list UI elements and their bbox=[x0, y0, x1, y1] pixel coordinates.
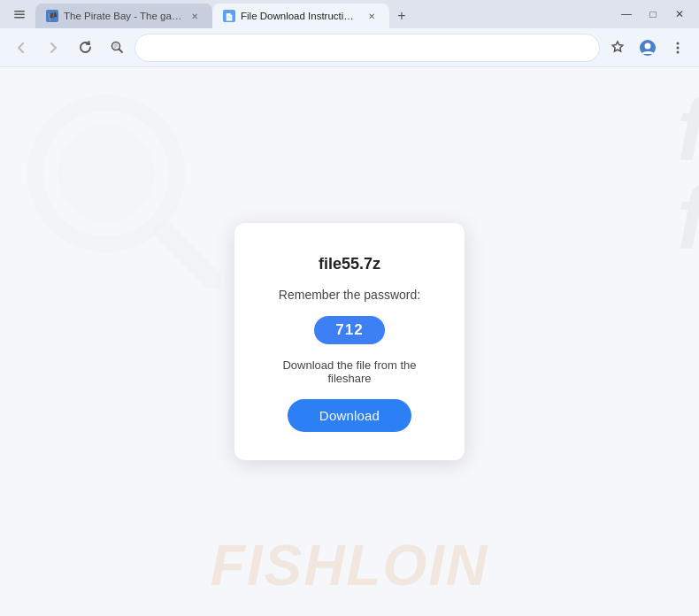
modal-password-badge: 712 bbox=[314, 316, 384, 344]
navigation-bar bbox=[0, 28, 699, 67]
tab-close-1[interactable]: ✕ bbox=[188, 9, 202, 23]
watermark-magnifier bbox=[27, 94, 221, 289]
minimize-button[interactable]: — bbox=[614, 2, 639, 27]
back-button[interactable] bbox=[7, 34, 35, 62]
tab-favicon-1: 🏴 bbox=[46, 10, 58, 22]
tab-piratebay[interactable]: 🏴 The Pirate Bay - The galaxy's m... ✕ bbox=[35, 4, 212, 28]
download-button[interactable]: Download bbox=[288, 399, 411, 432]
modal-password-label: Remember the password: bbox=[279, 288, 420, 302]
svg-point-12 bbox=[677, 50, 680, 53]
watermark-text: FISHLOIN bbox=[0, 533, 699, 598]
chrome-menu-dots[interactable] bbox=[664, 34, 692, 62]
close-button[interactable]: ✕ bbox=[667, 2, 692, 27]
profile-button[interactable] bbox=[634, 34, 662, 62]
svg-line-15 bbox=[164, 231, 212, 280]
svg-point-9 bbox=[645, 42, 651, 49]
title-bar-right: — □ ✕ bbox=[614, 2, 692, 27]
modal-fileshare-text: Download the file from the fileshare bbox=[270, 358, 429, 385]
chrome-menu-button[interactable] bbox=[7, 2, 32, 27]
svg-rect-1 bbox=[14, 14, 25, 16]
tab-close-2[interactable]: ✕ bbox=[365, 9, 379, 23]
forward-button[interactable] bbox=[39, 34, 67, 62]
svg-rect-2 bbox=[14, 17, 25, 19]
svg-rect-0 bbox=[14, 11, 25, 12]
title-bar: 🏴 The Pirate Bay - The galaxy's m... ✕ 📄… bbox=[0, 0, 699, 28]
maximize-button[interactable]: □ bbox=[641, 2, 665, 27]
svg-point-10 bbox=[677, 42, 680, 44]
address-bar[interactable] bbox=[134, 34, 600, 62]
svg-point-11 bbox=[677, 46, 680, 49]
svg-text:📄: 📄 bbox=[225, 12, 234, 21]
tabs-container: 🏴 The Pirate Bay - The galaxy's m... ✕ 📄… bbox=[32, 0, 614, 28]
svg-text:🏴: 🏴 bbox=[48, 12, 58, 22]
tab-filedownload[interactable]: 📄 File Download Instructions for f... ✕ bbox=[212, 4, 389, 28]
svg-point-13 bbox=[35, 103, 177, 244]
nav-right bbox=[603, 34, 692, 62]
bookmark-button[interactable] bbox=[603, 34, 632, 62]
title-bar-left bbox=[7, 2, 32, 27]
tab-title-2: File Download Instructions for f... bbox=[241, 11, 359, 21]
watermark-letters-right: ff f bbox=[677, 85, 699, 262]
tab-title-1: The Pirate Bay - The galaxy's m... bbox=[64, 11, 182, 21]
tab-favicon-2: 📄 bbox=[223, 10, 235, 22]
reload-button[interactable] bbox=[71, 34, 99, 62]
modal-card: file55.7z Remember the password: 712 Dow… bbox=[234, 223, 465, 460]
svg-point-14 bbox=[58, 125, 155, 222]
modal-filename: file55.7z bbox=[319, 255, 380, 273]
page-content: ff f FISHLOIN file55.7z Remember the pas… bbox=[0, 67, 699, 616]
search-settings-button[interactable] bbox=[103, 34, 131, 62]
new-tab-button[interactable]: + bbox=[389, 4, 414, 28]
